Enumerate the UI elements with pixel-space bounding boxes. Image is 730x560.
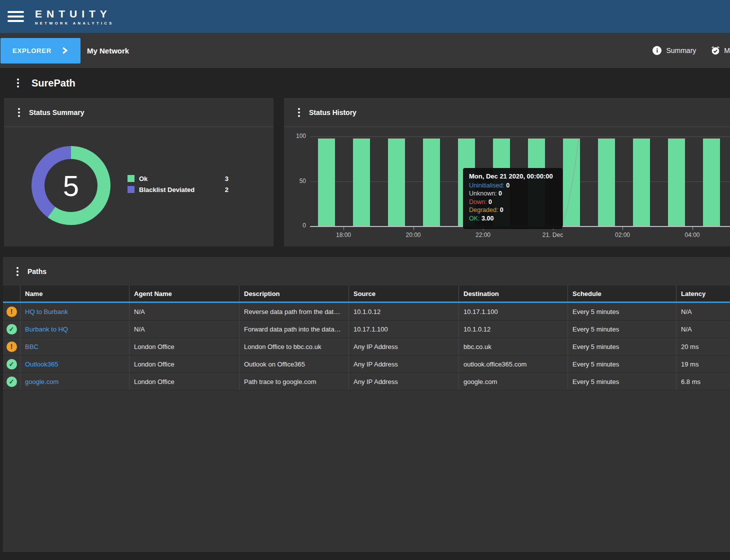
cell-latency: N/A xyxy=(676,320,730,338)
paths-panel: Paths NameAgent NameDescriptionSourceDes… xyxy=(3,257,730,552)
brand-subtitle: NETWORK ANALYTICS xyxy=(35,21,114,26)
cell-agent: London Office xyxy=(130,356,240,372)
history-bar[interactable] xyxy=(668,138,685,226)
table-row[interactable]: ✓ Burbank to HQ N/A Forward data path in… xyxy=(3,320,730,338)
path-name-link[interactable]: Burbank to HQ xyxy=(25,326,68,333)
cell-destination: 10.17.1.100 xyxy=(459,303,568,320)
cell-agent: N/A xyxy=(130,320,240,338)
status-summary-kebab-icon[interactable] xyxy=(16,106,22,118)
x-axis-label: 20:00 xyxy=(391,232,436,238)
status-ok-icon: ✓ xyxy=(6,324,17,334)
header-cell[interactable]: Description xyxy=(240,286,349,302)
breadcrumb[interactable]: My Network xyxy=(87,46,129,55)
x-axis-tick xyxy=(692,227,693,230)
history-bar[interactable] xyxy=(388,138,405,226)
history-bar[interactable] xyxy=(633,138,650,226)
history-bar[interactable] xyxy=(598,138,615,226)
cell-status: ! xyxy=(3,303,20,320)
path-name-link[interactable]: HQ to Burbank xyxy=(25,308,68,316)
x-axis-tick xyxy=(414,227,414,230)
page-title-row: SurePath xyxy=(0,68,730,98)
cell-description: London Office to bbc.co.uk xyxy=(240,338,349,355)
legend-item[interactable]: Ok 3 xyxy=(128,173,228,184)
donut-chart[interactable]: 5 xyxy=(32,146,110,225)
cell-agent: London Office xyxy=(130,373,240,390)
cell-source: Any IP Address xyxy=(349,338,459,355)
alerts-button[interactable]: M xyxy=(724,46,730,54)
history-bar[interactable] xyxy=(563,138,580,226)
cell-latency: N/A xyxy=(676,303,730,320)
paths-title: Paths xyxy=(28,268,46,276)
legend-label: Ok xyxy=(139,175,225,182)
explorer-label: EXPLORER xyxy=(12,47,52,54)
header-cell[interactable]: Agent Name xyxy=(130,286,240,302)
cell-source: 10.1.0.12 xyxy=(349,303,459,320)
brand-name: ENTUITY xyxy=(35,8,114,20)
tooltip-rows: Uninitialised: 0 Unknown: 0 Down: 0 Degr… xyxy=(469,182,556,222)
path-name-link[interactable]: BBC xyxy=(25,343,38,350)
page-title: SurePath xyxy=(32,78,76,89)
tooltip-row: Unknown: 0 xyxy=(469,190,556,198)
legend-swatch-icon xyxy=(128,175,134,182)
header-cell[interactable]: Latency xyxy=(676,286,730,302)
cell-source: Any IP Address xyxy=(349,373,459,390)
paths-kebab-icon[interactable] xyxy=(15,266,20,278)
table-row[interactable]: ✓ google.com London Office Path trace to… xyxy=(3,373,730,390)
cell-destination: 10.1.0.12 xyxy=(459,320,568,338)
history-bar[interactable] xyxy=(353,138,370,226)
explorer-button[interactable]: EXPLORER xyxy=(0,38,80,64)
y-axis-label: 0 xyxy=(286,222,306,229)
y-axis-label: 50 xyxy=(286,178,306,184)
header-cell[interactable]: Name xyxy=(20,286,130,302)
history-bar[interactable] xyxy=(318,138,335,226)
cell-schedule: Every 5 minutes xyxy=(568,338,676,355)
header-cell[interactable]: Destination xyxy=(459,286,568,302)
tooltip-title: Mon, Dec 21 2020, 00:00:00 xyxy=(469,172,556,180)
menu-icon[interactable] xyxy=(8,11,24,22)
x-axis-label: 22:00 xyxy=(460,232,506,238)
table-row[interactable]: ! BBC London Office London Office to bbc… xyxy=(3,338,730,356)
cell-status: ! xyxy=(3,338,20,355)
nav-bar: EXPLORER My Network i Summary M xyxy=(0,33,730,68)
path-name-link[interactable]: Outlook365 xyxy=(25,360,58,368)
cell-agent: London Office xyxy=(130,338,240,355)
status-history-kebab-icon[interactable] xyxy=(296,106,302,118)
cell-name: google.com xyxy=(20,373,130,390)
cell-description: Path trace to google.com xyxy=(240,373,349,390)
cell-schedule: Every 5 minutes xyxy=(568,356,676,372)
cell-source: 10.17.1.100 xyxy=(349,320,459,338)
status-history-title: Status History xyxy=(309,108,356,116)
history-bar[interactable] xyxy=(703,138,720,226)
cell-description: Outlook on Office365 xyxy=(240,356,349,372)
cell-status: ✓ xyxy=(3,320,20,338)
status-ok-icon: ✓ xyxy=(6,359,17,370)
status-history-panel: Status History 10050018:0020:0022:0021. … xyxy=(284,98,730,246)
cell-description: Reverse data path from the dat… xyxy=(240,303,349,320)
donut-total: 5 xyxy=(63,169,79,202)
cell-description: Forward data path into the data… xyxy=(240,320,349,338)
table-row[interactable]: ! HQ to Burbank N/A Reverse data path fr… xyxy=(3,303,730,320)
legend-value: 3 xyxy=(225,175,228,182)
status-warning-icon: ! xyxy=(6,342,17,352)
header-cell[interactable]: Source xyxy=(349,286,459,302)
path-name-link[interactable]: google.com xyxy=(25,378,58,386)
x-axis-label: 21. Dec xyxy=(530,232,576,238)
paths-header: Paths xyxy=(3,257,730,286)
cell-destination: google.com xyxy=(459,373,568,390)
legend-label: Blacklist Deviated xyxy=(139,186,225,194)
header-cell[interactable]: Schedule xyxy=(568,286,676,302)
legend-item[interactable]: Blacklist Deviated 2 xyxy=(128,184,228,195)
nav-right-actions: i Summary M xyxy=(652,33,730,68)
cell-name: Burbank to HQ xyxy=(20,320,130,338)
app-root: ENTUITY NETWORK ANALYTICS EXPLORER My Ne… xyxy=(0,0,730,560)
cell-source: Any IP Address xyxy=(349,356,459,372)
alarm-icon xyxy=(710,45,721,56)
page-kebab-menu-icon[interactable] xyxy=(16,77,20,89)
top-bar: ENTUITY NETWORK ANALYTICS xyxy=(0,0,730,33)
cell-latency: 20 ms xyxy=(676,338,730,355)
table-row[interactable]: ✓ Outlook365 London Office Outlook on Of… xyxy=(3,356,730,373)
summary-button[interactable]: Summary xyxy=(666,46,696,54)
history-bar[interactable] xyxy=(423,138,440,226)
cell-schedule: Every 5 minutes xyxy=(568,320,676,338)
x-axis-label: 18:00 xyxy=(321,232,366,238)
